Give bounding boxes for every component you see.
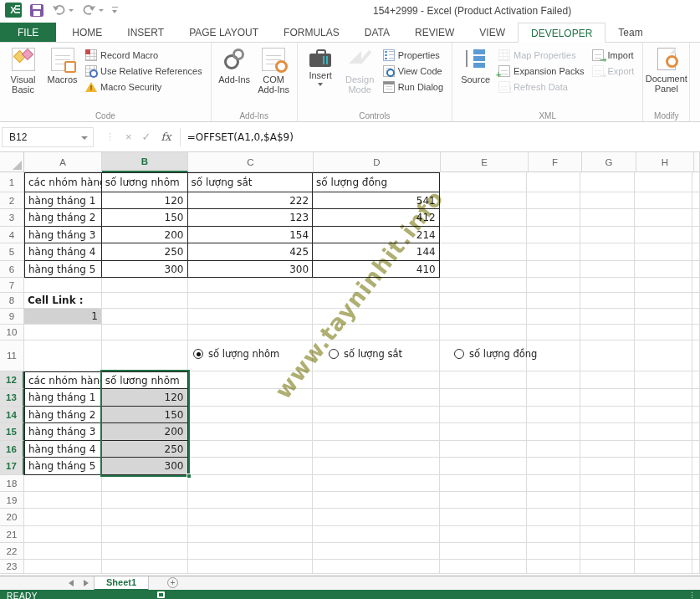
cell-F23[interactable] bbox=[527, 560, 580, 574]
cell-C6[interactable]: 300 bbox=[188, 261, 314, 278]
cell-F4[interactable] bbox=[527, 227, 580, 243]
cell-D1[interactable]: số lượng đồng bbox=[313, 172, 440, 192]
cell-E12[interactable] bbox=[440, 371, 528, 389]
cell-C13[interactable] bbox=[188, 389, 314, 407]
cell-C17[interactable] bbox=[188, 458, 314, 475]
tab-developer[interactable]: DEVELOPER bbox=[518, 23, 605, 43]
cell-B10[interactable] bbox=[102, 325, 188, 340]
cell-F7[interactable] bbox=[527, 278, 580, 293]
cell-H3[interactable] bbox=[635, 209, 692, 227]
cell-D3[interactable]: 412 bbox=[313, 209, 440, 227]
cell-D16[interactable] bbox=[313, 441, 440, 458]
cell-E10[interactable] bbox=[440, 325, 528, 340]
cell-H20[interactable] bbox=[635, 509, 692, 526]
column-header-c[interactable]: C bbox=[188, 152, 314, 172]
name-box[interactable]: B12 bbox=[2, 127, 94, 147]
cell-D9[interactable] bbox=[313, 309, 440, 325]
cell-D23[interactable] bbox=[313, 560, 440, 574]
cell-F22[interactable] bbox=[527, 543, 580, 560]
cell-F8[interactable] bbox=[527, 293, 580, 309]
cell-sliver11[interactable] bbox=[692, 340, 700, 371]
cell-H1[interactable] bbox=[635, 172, 692, 192]
cell-C23[interactable] bbox=[188, 560, 314, 574]
cell-A5[interactable]: hàng tháng 4 bbox=[24, 243, 102, 261]
cell-H14[interactable] bbox=[635, 407, 692, 423]
tab-formulas[interactable]: FORMULAS bbox=[271, 23, 352, 42]
cell-H8[interactable] bbox=[635, 293, 692, 309]
cell-sliver3[interactable] bbox=[692, 209, 700, 227]
insert-function-icon[interactable]: fx bbox=[161, 131, 171, 143]
row-header-14[interactable]: 14 bbox=[0, 407, 24, 423]
cell-A17[interactable]: hàng tháng 5 bbox=[24, 458, 102, 475]
row-header-22[interactable]: 22 bbox=[0, 543, 24, 560]
cell-B16[interactable]: 250 bbox=[102, 441, 188, 458]
design-mode-button[interactable]: Design Mode bbox=[340, 44, 380, 105]
row-header-19[interactable]: 19 bbox=[0, 492, 24, 509]
cell-H12[interactable] bbox=[635, 371, 692, 389]
sheet-nav-left-icon[interactable] bbox=[69, 580, 74, 586]
cell-A11[interactable] bbox=[24, 340, 102, 371]
cell-D13[interactable] bbox=[313, 389, 440, 407]
cell-H9[interactable] bbox=[635, 309, 692, 325]
cell-G17[interactable] bbox=[580, 458, 635, 475]
cell-F12[interactable] bbox=[527, 371, 580, 389]
cell-B3[interactable]: 150 bbox=[102, 209, 188, 227]
macro-security-button[interactable]: Macro Security bbox=[85, 81, 202, 93]
cell-G12[interactable] bbox=[580, 371, 635, 389]
cell-H6[interactable] bbox=[635, 261, 692, 278]
cell-H23[interactable] bbox=[635, 560, 692, 574]
cell-E7[interactable] bbox=[440, 278, 528, 293]
tab-team[interactable]: Team bbox=[605, 23, 655, 42]
cell-D20[interactable] bbox=[313, 509, 440, 526]
cell-F5[interactable] bbox=[527, 243, 580, 261]
cell-E21[interactable] bbox=[440, 526, 528, 543]
sheet-tab-sheet1[interactable]: Sheet1 bbox=[94, 576, 149, 591]
cell-B2[interactable]: 120 bbox=[102, 192, 188, 209]
enter-formula-icon[interactable]: ✓ bbox=[142, 131, 151, 143]
tab-home[interactable]: HOME bbox=[59, 23, 115, 42]
cell-A6[interactable]: hàng tháng 5 bbox=[24, 261, 102, 278]
cell-C10[interactable] bbox=[188, 325, 314, 340]
cell-G5[interactable] bbox=[580, 243, 635, 261]
undo-button[interactable] bbox=[52, 4, 74, 16]
cell-C1[interactable]: số lượng sắt bbox=[188, 172, 314, 192]
insert-button[interactable]: Insert bbox=[301, 44, 340, 105]
radio-s-l-ng-ng[interactable]: số lượng đồng bbox=[454, 348, 537, 360]
tab-file[interactable]: FILE bbox=[0, 23, 56, 42]
save-button[interactable] bbox=[30, 4, 43, 17]
cell-B14[interactable]: 150 bbox=[102, 407, 188, 423]
com-add-ins-button[interactable]: COM Add-Ins bbox=[254, 44, 294, 105]
cell-B11[interactable] bbox=[102, 340, 188, 371]
undo-dropdown-icon[interactable] bbox=[69, 9, 74, 12]
redo-button[interactable] bbox=[82, 4, 104, 16]
cell-E9[interactable] bbox=[440, 309, 528, 325]
cell-E20[interactable] bbox=[440, 509, 528, 526]
cell-H2[interactable] bbox=[635, 192, 692, 209]
cell-sliver9[interactable] bbox=[692, 309, 700, 325]
macros-button[interactable]: Macros bbox=[43, 44, 82, 105]
cell-F17[interactable] bbox=[527, 458, 580, 475]
cell-F9[interactable] bbox=[527, 309, 580, 325]
row-header-6[interactable]: 6 bbox=[0, 261, 24, 278]
document-panel-button[interactable]: Document Panel bbox=[646, 44, 686, 105]
row-header-7[interactable]: 7 bbox=[0, 278, 24, 293]
cell-H15[interactable] bbox=[635, 423, 692, 441]
select-all-button[interactable] bbox=[0, 152, 24, 172]
cell-B9[interactable] bbox=[102, 309, 188, 325]
cell-C15[interactable] bbox=[188, 423, 314, 441]
view-code-button[interactable]: View Code bbox=[383, 65, 443, 77]
row-header-2[interactable]: 2 bbox=[0, 192, 24, 209]
cell-D5[interactable]: 144 bbox=[313, 243, 440, 261]
cell-sliver8[interactable] bbox=[692, 293, 700, 309]
row-header-13[interactable]: 13 bbox=[0, 389, 24, 407]
cell-sliver21[interactable] bbox=[692, 526, 700, 543]
cell-A13[interactable]: hàng tháng 1 bbox=[24, 389, 102, 407]
cell-B15[interactable]: 200 bbox=[102, 423, 188, 441]
cell-H22[interactable] bbox=[635, 543, 692, 560]
cell-E14[interactable] bbox=[440, 407, 528, 423]
cell-B13[interactable]: 120 bbox=[102, 389, 188, 407]
cell-sliver2[interactable] bbox=[692, 192, 700, 209]
row-header-5[interactable]: 5 bbox=[0, 243, 24, 261]
cell-E4[interactable] bbox=[440, 227, 528, 243]
cell-D22[interactable] bbox=[313, 543, 440, 560]
